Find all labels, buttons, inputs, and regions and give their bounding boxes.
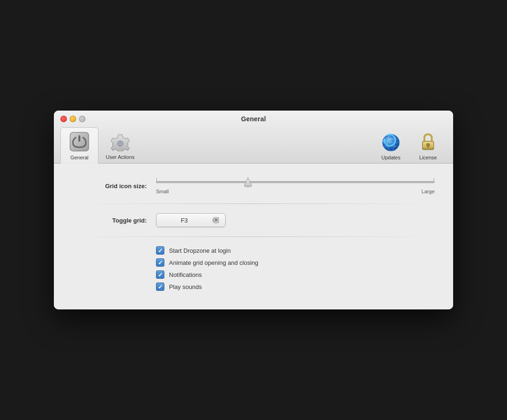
slider-tick-right: [434, 178, 434, 182]
toggle-grid-key: F3: [161, 217, 208, 224]
svg-rect-11: [427, 145, 429, 148]
checkmark-start-at-login: ✓: [158, 248, 163, 254]
grid-icon-size-row: Grid icon size:: [72, 177, 435, 194]
tab-general-label: General: [70, 155, 88, 160]
checkbox-start-at-login[interactable]: ✓: [156, 246, 164, 255]
zoom-button[interactable]: [79, 116, 85, 122]
updates-icon: [380, 131, 402, 153]
grid-icon-size-slider[interactable]: [242, 177, 254, 188]
checkmark-animate-grid: ✓: [158, 260, 163, 266]
checkbox-play-sounds[interactable]: ✓: [156, 282, 164, 291]
play-sounds-label: Play sounds: [169, 283, 202, 290]
svg-point-2: [117, 141, 123, 146]
tab-user-actions-label: User Actions: [106, 154, 135, 160]
checkmark-notifications: ✓: [158, 272, 163, 278]
main-window: General: [54, 111, 453, 309]
tab-user-actions[interactable]: User Actions: [98, 127, 142, 163]
toggle-grid-label: Toggle grid:: [72, 217, 147, 224]
close-button[interactable]: [60, 116, 67, 122]
divider-1: [72, 203, 435, 204]
clear-key-button[interactable]: [211, 216, 221, 225]
toolbar-right: Updates: [372, 128, 447, 163]
toolbar: General: [60, 127, 447, 163]
slider-labels: Small Large: [156, 189, 435, 194]
tab-updates-label: Updates: [382, 155, 401, 160]
slider-tick-left: [156, 178, 157, 182]
checkbox-item-animate-grid[interactable]: ✓ Animate grid opening and closing: [156, 258, 435, 267]
checkbox-group: ✓ Start Dropzone at login ✓ Animate grid…: [156, 246, 435, 291]
animate-grid-label: Animate grid opening and closing: [169, 259, 258, 266]
svg-rect-1: [78, 135, 80, 142]
checkbox-notifications[interactable]: ✓: [156, 270, 164, 279]
minimize-button[interactable]: [70, 116, 76, 122]
start-at-login-label: Start Dropzone at login: [169, 247, 231, 254]
checkbox-item-start-at-login[interactable]: ✓ Start Dropzone at login: [156, 246, 435, 255]
checkbox-item-notifications[interactable]: ✓ Notifications: [156, 270, 435, 279]
titlebar-top: General: [60, 115, 447, 123]
large-label: Large: [422, 189, 435, 194]
general-icon: [68, 131, 91, 153]
slider-track: [156, 177, 435, 187]
notifications-label: Notifications: [169, 271, 202, 278]
toolbar-left: General: [60, 127, 142, 163]
tab-license-label: License: [419, 155, 437, 160]
window-title: General: [241, 115, 266, 123]
tab-license[interactable]: License: [410, 128, 447, 163]
divider-2: [72, 236, 435, 237]
key-display: F3: [156, 213, 226, 227]
tab-general[interactable]: General: [60, 127, 98, 164]
small-label: Small: [156, 189, 169, 194]
slider-container: Small Large: [156, 177, 435, 194]
traffic-lights: [60, 116, 85, 122]
tab-updates[interactable]: Updates: [372, 128, 410, 163]
checkmark-play-sounds: ✓: [158, 284, 163, 290]
toggle-grid-row: Toggle grid: F3: [72, 213, 435, 227]
content-area: Grid icon size:: [54, 164, 453, 309]
license-icon: [417, 131, 439, 153]
checkbox-item-play-sounds[interactable]: ✓ Play sounds: [156, 282, 435, 291]
user-actions-icon: [109, 130, 131, 152]
slider-bg: [156, 181, 435, 183]
titlebar: General: [54, 111, 453, 164]
grid-icon-size-label: Grid icon size:: [72, 183, 147, 190]
checkbox-animate-grid[interactable]: ✓: [156, 258, 164, 267]
